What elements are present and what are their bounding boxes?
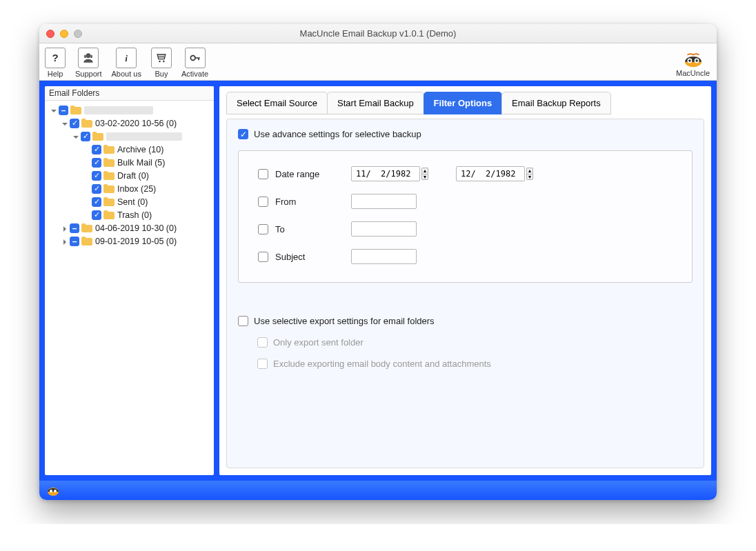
from-row: From <box>258 194 673 209</box>
tab-start-backup[interactable]: Start Email Backup <box>327 92 424 114</box>
svg-point-5 <box>159 60 161 62</box>
only-sent-checkbox[interactable] <box>257 337 268 348</box>
folder-icon <box>81 237 92 246</box>
chevron-up-icon[interactable]: ▴ <box>421 168 428 174</box>
checkbox-checked[interactable] <box>92 158 101 168</box>
from-checkbox[interactable] <box>258 197 268 207</box>
advance-settings-row: Use advance settings for selective backu… <box>238 129 693 139</box>
checkbox-mixed[interactable] <box>70 237 79 246</box>
tree-node[interactable]: 04-06-2019 10-30 (0) <box>46 221 212 234</box>
checkbox-checked[interactable] <box>92 184 101 194</box>
chevron-up-icon[interactable]: ▴ <box>526 168 533 174</box>
tree-node[interactable]: Trash (0) <box>46 208 212 221</box>
exclude-body-checkbox[interactable] <box>257 359 268 369</box>
date-range-checkbox[interactable] <box>258 169 268 179</box>
to-checkbox[interactable] <box>258 224 268 234</box>
activate-button[interactable]: Activate <box>181 48 208 78</box>
tree-node-root[interactable] <box>46 103 212 117</box>
help-label: Help <box>48 70 63 78</box>
svg-rect-2 <box>84 54 86 57</box>
chevron-right-icon[interactable] <box>61 238 68 245</box>
subject-checkbox[interactable] <box>258 252 268 262</box>
support-button[interactable]: Support <box>75 48 102 78</box>
folder-icon <box>70 106 81 114</box>
tree-node[interactable]: Archive (10) <box>46 143 212 156</box>
date-from-input[interactable] <box>351 166 420 181</box>
chevron-down-icon[interactable] <box>61 120 68 127</box>
info-icon: i <box>116 48 137 68</box>
about-button[interactable]: i About us <box>112 48 141 78</box>
tree-node[interactable]: Bulk Mail (5) <box>46 156 212 169</box>
close-icon[interactable] <box>46 30 54 38</box>
tree-node[interactable]: Sent (0) <box>46 195 212 208</box>
selective-export-checkbox[interactable] <box>238 316 248 326</box>
tree-label: Bulk Mail (5) <box>117 158 165 168</box>
date-to-wrap: ▴▾ <box>456 166 533 181</box>
tree-node[interactable]: Inbox (25) <box>46 182 212 195</box>
support-icon <box>78 48 99 68</box>
tree-node[interactable]: Draft (0) <box>46 169 212 182</box>
svg-point-7 <box>190 55 195 60</box>
to-row: To <box>258 221 673 237</box>
checkbox-checked[interactable] <box>92 171 101 181</box>
svg-point-11 <box>688 59 690 61</box>
svg-rect-3 <box>91 54 93 57</box>
checkbox-checked[interactable] <box>92 210 101 220</box>
help-button[interactable]: ? Help <box>45 48 66 78</box>
brand-logo: MacUncle <box>676 48 710 77</box>
checkbox-mixed[interactable] <box>70 223 79 233</box>
checkbox-mixed[interactable] <box>59 106 68 115</box>
chevron-down-icon[interactable]: ▾ <box>526 174 533 180</box>
cart-icon <box>151 48 172 68</box>
filter-box: Date range ▴▾ ▴▾ From <box>238 150 693 283</box>
chevron-down-icon[interactable] <box>72 133 79 140</box>
tab-select-source[interactable]: Select Email Source <box>226 92 328 114</box>
chevron-right-icon[interactable] <box>61 225 68 232</box>
activate-label: Activate <box>181 70 208 78</box>
exclude-body-row: Exclude exporting email body content and… <box>257 359 693 369</box>
checkbox-checked[interactable] <box>70 119 79 128</box>
macuncle-icon <box>682 48 705 69</box>
subject-input[interactable] <box>351 249 417 264</box>
date-to-input[interactable] <box>456 166 525 181</box>
help-icon: ? <box>45 48 66 68</box>
checkbox-checked[interactable] <box>92 197 101 207</box>
to-label: To <box>275 224 351 234</box>
folder-tree[interactable]: 03-02-2020 10-56 (0) Archive (10) Bu <box>45 101 214 475</box>
folder-icon <box>103 158 115 167</box>
brand-label: MacUncle <box>676 69 710 77</box>
svg-point-14 <box>50 490 52 492</box>
tree-label: 09-01-2019 10-05 (0) <box>95 237 177 246</box>
macuncle-small-icon <box>46 483 60 497</box>
only-sent-label: Only export sent folder <box>273 337 364 348</box>
tree-node[interactable]: 09-01-2019 10-05 (0) <box>46 234 212 248</box>
folder-icon <box>81 119 92 128</box>
to-input[interactable] <box>351 221 417 237</box>
advance-settings-checkbox[interactable] <box>238 129 248 139</box>
minimize-icon[interactable] <box>60 30 68 38</box>
chevron-down-icon[interactable]: ▾ <box>421 174 428 180</box>
date-from-spinner[interactable]: ▴▾ <box>421 168 428 180</box>
maximize-icon[interactable] <box>74 30 82 38</box>
tab-filter-options[interactable]: Filter Options <box>424 92 503 114</box>
buy-button[interactable]: Buy <box>151 48 172 78</box>
folder-icon <box>103 171 115 180</box>
folder-icon <box>103 184 115 193</box>
sidebar-header: Email Folders <box>45 86 214 101</box>
from-input[interactable] <box>351 194 417 209</box>
content-frame: Email Folders 03-02-2020 10-56 (0) <box>39 81 717 481</box>
window-controls <box>46 30 82 38</box>
tree-label: Sent (0) <box>117 197 148 207</box>
checkbox-checked[interactable] <box>92 145 101 154</box>
tree-node[interactable]: 03-02-2020 10-56 (0) <box>46 117 212 130</box>
tab-backup-reports[interactable]: Email Backup Reports <box>501 92 611 114</box>
buy-label: Buy <box>155 70 168 78</box>
tree-label: 04-06-2019 10-30 (0) <box>95 223 177 233</box>
app-window: MacUncle Email Backup v1.0.1 (Demo) ? He… <box>39 24 717 500</box>
svg-point-1 <box>86 53 91 58</box>
checkbox-checked[interactable] <box>81 132 90 141</box>
chevron-down-icon[interactable] <box>50 107 57 114</box>
date-to-spinner[interactable]: ▴▾ <box>526 168 533 180</box>
support-label: Support <box>75 70 102 78</box>
tree-node[interactable] <box>46 130 212 143</box>
